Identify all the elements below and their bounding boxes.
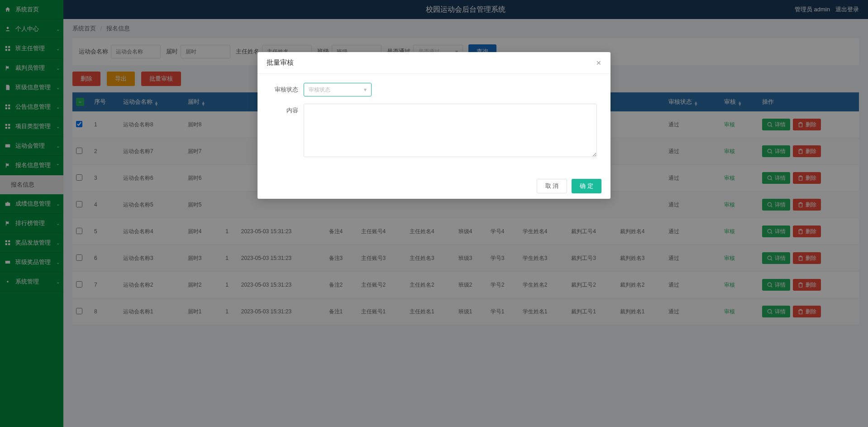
confirm-button[interactable]: 确 定: [572, 179, 601, 193]
modal-status-placeholder: 审核状态: [309, 86, 330, 94]
modal-content-label: 内容: [271, 104, 298, 157]
batch-review-modal: 批量审核 ✕ 审核状态 审核状态 ▾ 内容 取 消 确 定: [258, 52, 610, 199]
modal-status-label: 审核状态: [271, 83, 298, 96]
cancel-button[interactable]: 取 消: [537, 179, 568, 193]
close-icon[interactable]: ✕: [596, 59, 601, 67]
modal-status-select[interactable]: 审核状态 ▾: [304, 83, 372, 96]
chevron-down-icon: ▾: [364, 86, 367, 93]
modal-title: 批量审核: [267, 58, 294, 67]
modal-content-textarea[interactable]: [304, 104, 597, 157]
